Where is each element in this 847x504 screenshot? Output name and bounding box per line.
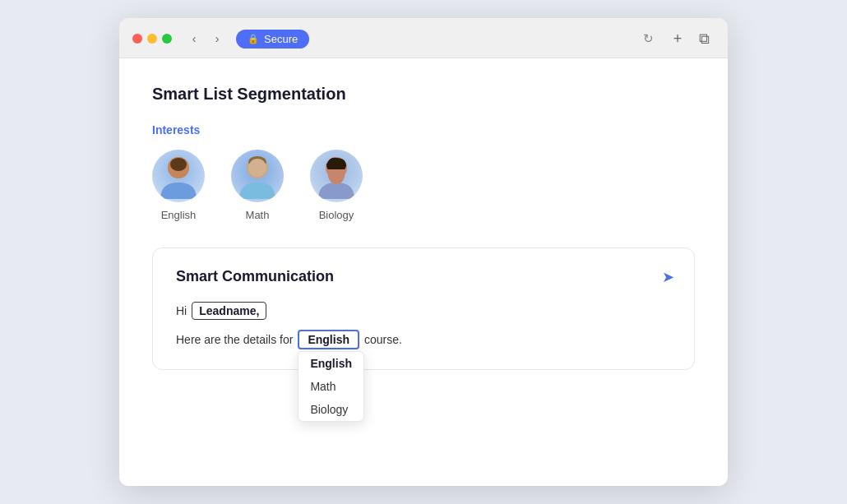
dropdown-item-math[interactable]: Math — [299, 375, 363, 398]
message-area: Hi Leadname, Here are the details for En… — [176, 302, 671, 349]
course-dropdown-selected[interactable]: English — [298, 330, 359, 349]
browser-window: ‹ › 🔒 Secure ↻ + ⧉ Smart List Segmentati… — [119, 18, 728, 486]
message-line-1: Hi Leadname, — [176, 302, 671, 320]
browser-actions: + ⧉ — [667, 28, 715, 49]
minimize-button[interactable] — [147, 34, 157, 44]
address-bar[interactable]: 🔒 Secure — [236, 30, 309, 49]
interest-card-math[interactable]: Math — [231, 150, 284, 221]
nav-buttons: ‹ › — [183, 28, 228, 49]
arrow-icon[interactable]: ➤ — [662, 268, 674, 286]
interest-card-english[interactable]: English — [152, 150, 205, 221]
back-button[interactable]: ‹ — [183, 28, 205, 49]
close-button[interactable] — [132, 34, 142, 44]
lead-name-pill: Leadname, — [192, 302, 266, 320]
browser-chrome: ‹ › 🔒 Secure ↻ + ⧉ — [119, 18, 728, 58]
forward-button[interactable]: › — [206, 28, 228, 49]
smart-comm-card: Smart Communication ➤ Hi Leadname, Here … — [152, 247, 695, 370]
interests-label: Interests — [152, 123, 695, 136]
avatar-math — [231, 150, 284, 202]
page-title: Smart List Segmentation — [152, 85, 695, 104]
course-text: course. — [364, 333, 402, 346]
interest-card-biology[interactable]: Biology — [310, 150, 363, 221]
secure-label: Secure — [264, 33, 298, 45]
avatar-biology — [310, 150, 363, 202]
interest-label-math: Math — [246, 209, 270, 221]
dropdown-item-english[interactable]: English — [299, 352, 363, 375]
lock-icon: 🔒 — [248, 34, 259, 44]
svg-point-5 — [248, 159, 266, 177]
course-dropdown-menu: English Math Biology — [298, 351, 364, 422]
svg-point-2 — [170, 158, 187, 171]
hi-text: Hi — [176, 304, 187, 317]
interest-label-english: English — [161, 209, 197, 221]
copy-button[interactable]: ⧉ — [693, 28, 715, 49]
maximize-button[interactable] — [162, 34, 172, 44]
new-tab-button[interactable]: + — [667, 28, 688, 49]
smart-comm-title: Smart Communication — [176, 268, 671, 285]
interests-row: English Math — [152, 150, 695, 221]
refresh-button[interactable]: ↻ — [637, 28, 659, 49]
page-content: Smart List Segmentation Interests Englis… — [119, 58, 728, 486]
traffic-lights — [132, 34, 172, 44]
course-dropdown-wrapper: English English Math Biology — [298, 330, 359, 349]
address-bar-wrapper: 🔒 Secure ↻ — [236, 28, 659, 49]
message-line-2: Here are the details for English English… — [176, 330, 671, 349]
avatar-english — [152, 150, 205, 202]
interest-label-biology: Biology — [319, 209, 354, 221]
dropdown-item-biology[interactable]: Biology — [299, 398, 363, 421]
details-text: Here are the details for — [176, 333, 293, 346]
